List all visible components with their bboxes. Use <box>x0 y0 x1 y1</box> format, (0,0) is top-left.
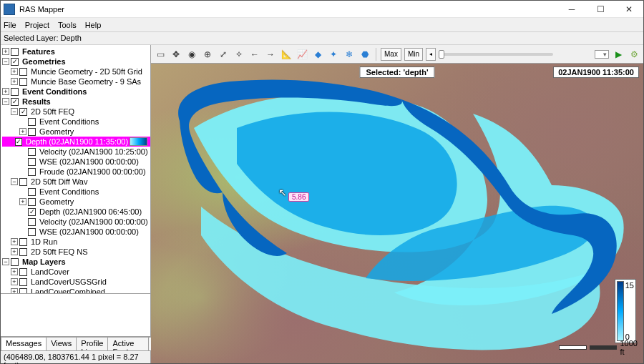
depth-layer <box>151 64 643 363</box>
time-slider[interactable] <box>439 53 553 56</box>
tree-res1-geom[interactable]: +Geometry <box>2 127 150 137</box>
app-window: RAS Mapper ─ ☐ ✕ File Project Tools Help… <box>0 0 644 364</box>
tree-res3[interactable]: +1D Run <box>2 237 150 247</box>
profile-icon[interactable]: 📈 <box>296 48 308 61</box>
flood-icon[interactable]: ◆ <box>311 48 324 61</box>
particle-icon[interactable]: ❄ <box>343 48 356 61</box>
titlebar: RAS Mapper ─ ☐ ✕ <box>1 1 643 18</box>
step-left-button[interactable]: ◂ <box>426 48 436 61</box>
max-button[interactable]: Max <box>381 48 401 61</box>
tree-res2-depth[interactable]: Depth (02JAN1900 06:45:00) <box>2 207 150 217</box>
right-panel: ▭ ✥ ◉ ⊕ ⤢ ✧ ← → 📐 📈 ◆ ✦ ❄ ⬣ Max Min ◂ <box>151 45 643 363</box>
tree-geom1[interactable]: +Muncie Geometry - 2D 50ft Grid <box>2 67 150 77</box>
min-button[interactable]: Min <box>404 48 423 61</box>
tree-res2-geom[interactable]: +Geometry <box>2 197 150 207</box>
tree-results[interactable]: −Results <box>2 97 150 107</box>
tree-res2[interactable]: −2D 50ft Diff Wav <box>2 177 150 187</box>
menu-help[interactable]: Help <box>85 21 102 29</box>
tree-features[interactable]: +Features <box>2 46 150 56</box>
tab-views[interactable]: Views <box>46 337 77 350</box>
tree-geom2[interactable]: +Muncie Base Geometry - 9 SAs <box>2 77 150 87</box>
tree-ml3[interactable]: +LandCoverCombined <box>2 287 150 293</box>
map-canvas[interactable]: Selected: 'depth' 02JAN1900 11:35:00 ↖ 5… <box>151 64 643 363</box>
map-toolbar: ▭ ✥ ◉ ⊕ ⤢ ✧ ← → 📐 📈 ◆ ✦ ❄ ⬣ Max Min ◂ <box>151 45 643 64</box>
menu-tools[interactable]: Tools <box>58 21 77 29</box>
selected-overlay: Selected: 'depth' <box>359 67 434 78</box>
depth-swatch <box>130 137 147 146</box>
tree-res2-ec[interactable]: Event Conditions <box>2 187 150 197</box>
tree-res1-ec[interactable]: Event Conditions <box>2 117 150 127</box>
cursor-value-tooltip: 5.86 <box>288 192 309 202</box>
globe-icon[interactable]: ◉ <box>185 48 198 61</box>
close-button[interactable]: ✕ <box>615 1 643 17</box>
pointer-icon[interactable]: ▭ <box>154 48 167 61</box>
tree-res2-vel[interactable]: Velocity (02JAN1900 00:00:00) <box>2 217 150 227</box>
velocity-icon[interactable]: ✦ <box>327 48 340 61</box>
measure-icon[interactable]: 📐 <box>280 48 293 61</box>
timestamp-overlay: 02JAN1900 11:35:00 <box>553 67 639 78</box>
statusbar: (406489.08, 1803761.44 1 pixel = 8.27 fe… <box>1 350 150 363</box>
left-panel: +Features −Geometries +Muncie Geometry -… <box>1 45 151 363</box>
tree-maplayers[interactable]: −Map Layers <box>2 257 150 267</box>
messages-box <box>1 293 150 336</box>
play-button[interactable]: ▶ <box>612 48 625 61</box>
pan-icon[interactable]: ✥ <box>170 48 182 61</box>
forward-icon[interactable]: → <box>264 48 277 61</box>
tree-res4[interactable]: +2D 50ft FEQ NS <box>2 247 150 257</box>
depth-legend: 15 0 <box>615 279 636 343</box>
tree-res2-wse[interactable]: WSE (02JAN1900 00:00:00) <box>2 227 150 237</box>
menubar: File Project Tools Help <box>1 18 643 32</box>
tree-ml1[interactable]: +LandCover <box>2 267 150 277</box>
tree-res1-wse[interactable]: WSE (02JAN1900 00:00:00) <box>2 157 150 167</box>
tree-res1-froude[interactable]: Froude (02JAN1900 00:00:00) <box>2 167 150 177</box>
tree-res1-depth[interactable]: Depth (02JAN1900 11:35:00) <box>2 137 150 147</box>
zoom-fit-icon[interactable]: ⤢ <box>217 48 230 61</box>
tab-profile-lines[interactable]: Profile Lines <box>76 337 108 350</box>
legend-colorbar <box>617 281 624 341</box>
legend-max: 15 <box>625 281 634 290</box>
app-title: RAS Mapper <box>19 5 557 14</box>
menu-project[interactable]: Project <box>25 21 49 29</box>
tree-res1-vel[interactable]: Velocity (02JAN1900 10:25:00) <box>2 147 150 157</box>
scalebar: 1000 ft <box>559 339 643 356</box>
tree-res1[interactable]: −2D 50ft FEQ <box>2 107 150 117</box>
scale-label: 1000 ft <box>620 339 643 356</box>
bottom-tabs: Messages Views Profile Lines Active Feat… <box>1 336 150 350</box>
main-area: +Features −Geometries +Muncie Geometry -… <box>1 45 643 363</box>
menu-file[interactable]: File <box>4 21 16 29</box>
back-icon[interactable]: ← <box>248 48 261 61</box>
selected-layer-bar: Selected Layer: Depth <box>1 32 643 45</box>
end-slider[interactable]: ▾ <box>595 50 609 59</box>
tree-event-conditions[interactable]: +Event Conditions <box>2 87 150 97</box>
minimize-button[interactable]: ─ <box>557 1 586 17</box>
tree-geometries[interactable]: −Geometries <box>2 56 150 67</box>
app-icon <box>4 4 15 15</box>
zoom-extent-icon[interactable]: ✧ <box>233 48 245 61</box>
settings-icon[interactable]: ⚙ <box>628 48 640 61</box>
zoom-in-icon[interactable]: ⊕ <box>201 48 214 61</box>
maximize-button[interactable]: ☐ <box>586 1 615 17</box>
tree-ml2[interactable]: +LandCoverUSGSGrid <box>2 277 150 287</box>
cube-icon[interactable]: ⬣ <box>358 48 371 61</box>
layer-tree[interactable]: +Features −Geometries +Muncie Geometry -… <box>1 45 150 293</box>
cursor-icon: ↖ <box>278 187 287 198</box>
tab-active-features[interactable]: Active Features <box>107 337 148 350</box>
tab-messages[interactable]: Messages <box>1 337 47 350</box>
